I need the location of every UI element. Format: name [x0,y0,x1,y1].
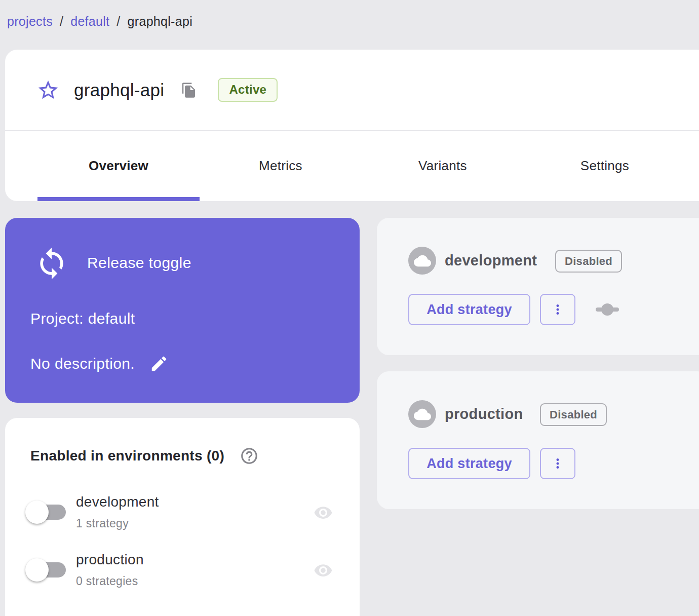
tab-variants[interactable]: Variants [362,131,524,201]
breadcrumb-current-feature: graphql-api [128,14,192,29]
eye-icon[interactable] [311,561,335,580]
environment-status-badge: Disabled [540,403,607,426]
switch-thumb [25,500,49,524]
star-outline-icon [36,79,60,102]
cloud-icon [414,408,431,421]
pencil-icon [149,354,169,373]
environment-name: development [445,252,537,269]
project-label: Project: default [30,310,135,327]
description-row: No description. [30,354,169,374]
breadcrumb-link-default[interactable]: default [70,14,109,29]
toggle-info-card: Release toggle Project: default No descr… [5,218,360,403]
tab-overview[interactable]: Overview [37,131,200,201]
toggle-development[interactable] [25,500,68,524]
toggle-production[interactable] [25,558,68,582]
eye-icon[interactable] [311,503,335,522]
kebab-icon [550,456,565,471]
status-badge: Active [218,78,278,102]
more-actions-button[interactable] [540,294,575,325]
tab-settings-label: Settings [580,158,629,174]
env-row-production-name: production [76,552,144,568]
breadcrumb: projects / default / graphql-api [7,14,192,29]
active-tab-underline [37,197,200,201]
enabled-environments-panel: Enabled in environments (0) development … [5,418,360,616]
feature-header-card: graphql-api Active Overview Metrics Vari… [5,50,699,201]
environment-card-production: production Disabled Add strategy [377,371,699,509]
environment-name: production [445,406,523,422]
environment-status-badge: Disabled [555,250,622,273]
copy-icon [181,82,197,98]
edit-description-button[interactable] [149,354,169,374]
help-icon[interactable] [240,446,259,466]
description-text: No description. [30,355,135,372]
page-title: graphql-api [74,80,164,100]
env-row-production-strategies: 0 strategies [76,574,138,588]
breadcrumb-separator: / [60,14,63,29]
copy-name-button[interactable] [180,82,198,99]
tab-metrics-label: Metrics [259,158,302,174]
enabled-environments-title: Enabled in environments (0) [30,448,224,464]
tab-overview-label: Overview [89,158,148,174]
toggle-type-label: Release toggle [87,254,191,272]
kebab-icon [550,302,565,317]
add-strategy-button[interactable]: Add strategy [408,294,530,325]
breadcrumb-link-projects[interactable]: projects [7,14,53,29]
switch-thumb [25,558,49,582]
environment-avatar [408,247,436,275]
environment-avatar [408,400,436,428]
more-actions-button[interactable] [540,448,575,479]
loop-icon [34,246,69,281]
env-row-development-name: development [76,494,159,510]
favorite-button[interactable] [36,79,60,102]
environment-card-development: development Disabled Add strategy [377,218,699,355]
add-strategy-button[interactable]: Add strategy [408,448,530,479]
breadcrumb-separator: / [116,14,120,29]
cloud-icon [414,254,431,267]
strategy-slider-icon [596,303,619,316]
tab-settings[interactable]: Settings [524,131,686,201]
tab-variants-label: Variants [418,158,467,174]
feature-header: graphql-api Active [5,50,699,130]
tab-metrics[interactable]: Metrics [200,131,362,201]
env-row-development-strategies: 1 strategy [76,517,129,530]
tab-bar: Overview Metrics Variants Settings [5,130,699,201]
